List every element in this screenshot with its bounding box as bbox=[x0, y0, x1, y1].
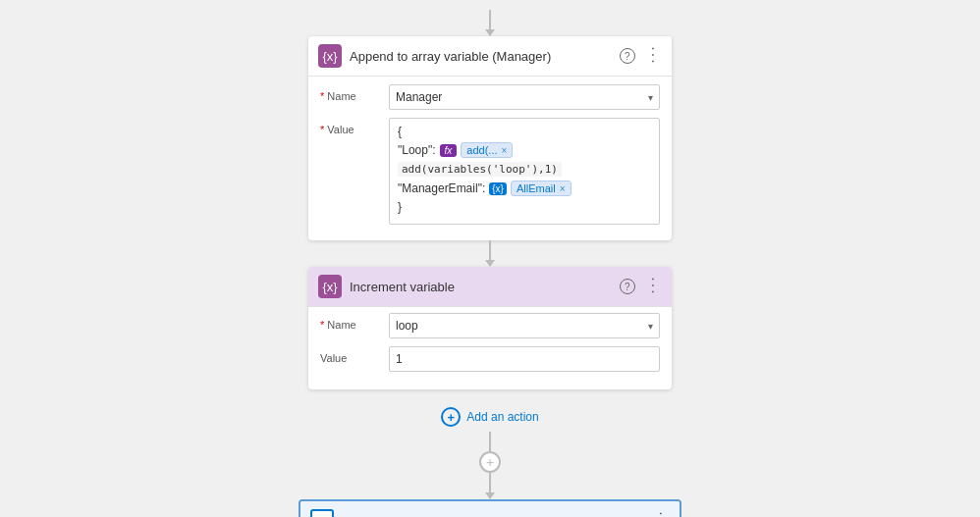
append-array-title: Append to array variable (Manager) bbox=[350, 49, 612, 64]
all-email-close-icon[interactable]: × bbox=[560, 183, 566, 194]
increment-var-actions: ? ··· bbox=[620, 278, 662, 295]
increment-value-label: Value bbox=[320, 346, 379, 364]
append-array-name-text: Manager bbox=[396, 90, 442, 104]
increment-value-text: 1 bbox=[396, 352, 403, 366]
apply-to-each-container: ⇄ Apply to each ··· * Select an output f… bbox=[299, 499, 681, 517]
increment-value-row: Value 1 bbox=[320, 346, 660, 372]
apply-each-actions: ··· bbox=[651, 512, 670, 517]
increment-name-value: loop ▾ bbox=[389, 313, 660, 338]
value-line-manager-email: "ManagerEmail": {x} AllEmail × bbox=[398, 181, 651, 196]
increment-name-input[interactable]: loop ▾ bbox=[389, 313, 660, 338]
main-flow: {x} Append to array variable (Manager) ?… bbox=[0, 10, 980, 517]
close-icon[interactable]: × bbox=[502, 145, 508, 156]
fx-icon: fx bbox=[445, 145, 453, 156]
value-close-brace: } bbox=[398, 200, 402, 214]
plus-arrow-head bbox=[485, 492, 495, 499]
arrow-line-1 bbox=[489, 240, 491, 260]
plus-arrow-line-top bbox=[489, 432, 491, 451]
append-array-name-row: Name Manager ▾ bbox=[320, 84, 660, 110]
append-array-body: Name Manager ▾ Value { bbox=[308, 77, 672, 240]
increment-var-more-icon[interactable]: ··· bbox=[643, 277, 661, 295]
arrow-head-1 bbox=[485, 260, 495, 267]
canvas: {x} Append to array variable (Manager) ?… bbox=[0, 0, 980, 517]
increment-name-text: loop bbox=[396, 319, 418, 333]
increment-var-icon: {x} bbox=[318, 275, 342, 298]
append-array-actions: ? ··· bbox=[620, 47, 662, 65]
plus-circle-icon[interactable]: + bbox=[479, 451, 501, 473]
apply-to-each-header: ⇄ Apply to each ··· bbox=[300, 501, 680, 517]
increment-dropdown-arrow-icon: ▾ bbox=[648, 321, 653, 332]
add-action-icon: + bbox=[441, 407, 461, 427]
value-all-email-token: AllEmail × bbox=[511, 181, 572, 196]
value-loop-key: "Loop": bbox=[398, 143, 436, 157]
arrow-line bbox=[489, 10, 491, 29]
increment-name-label: Name bbox=[320, 313, 379, 331]
append-array-name-value: Manager ▾ bbox=[389, 84, 660, 110]
increment-var-icon-symbol: {x} bbox=[322, 280, 337, 294]
append-array-icon-symbol: {x} bbox=[322, 49, 337, 64]
plus-circle-connector: + bbox=[479, 432, 501, 499]
append-array-icon: {x} bbox=[318, 44, 342, 68]
value-loop-code: add(variables('loop'),1) bbox=[398, 162, 562, 177]
increment-name-row: Name loop ▾ bbox=[320, 313, 660, 338]
add-action-area: + Add an action bbox=[308, 389, 672, 432]
append-array-value-label: Value bbox=[320, 118, 379, 135]
value-manager-icon: {x} bbox=[489, 182, 507, 195]
value-manager-key: "ManagerEmail": bbox=[398, 181, 485, 195]
append-array-help-icon[interactable]: ? bbox=[620, 48, 635, 64]
append-array-more-icon[interactable]: ··· bbox=[643, 46, 661, 65]
top-arrow-connector bbox=[485, 10, 495, 36]
plus-arrow-line-bottom bbox=[489, 473, 491, 492]
apply-each-icon: ⇄ bbox=[310, 509, 334, 517]
append-array-value-box[interactable]: { "Loop": fx add(... × bbox=[389, 118, 660, 225]
value-loop-fx-token: fx bbox=[440, 144, 458, 157]
append-array-name-input[interactable]: Manager ▾ bbox=[389, 84, 660, 110]
increment-var-title: Increment variable bbox=[350, 280, 612, 294]
arrow-head bbox=[485, 29, 495, 36]
value-line-close: } bbox=[398, 200, 651, 214]
append-array-card: {x} Append to array variable (Manager) ?… bbox=[308, 36, 672, 240]
append-array-header: {x} Append to array variable (Manager) ?… bbox=[308, 36, 672, 77]
apply-each-more-icon[interactable]: ··· bbox=[651, 511, 669, 517]
value-line-loop: "Loop": fx add(... × add(variables('loop… bbox=[398, 142, 651, 177]
add-action-label: Add an action bbox=[466, 410, 538, 424]
increment-value-field: 1 bbox=[389, 346, 660, 372]
apply-each-title: Apply to each bbox=[342, 514, 643, 518]
value-loop-add-token: add(... × bbox=[461, 142, 513, 158]
value-line-open: { bbox=[398, 125, 651, 138]
arrow-connector-1 bbox=[485, 240, 495, 267]
append-array-value-field: { "Loop": fx add(... × bbox=[389, 118, 660, 225]
increment-var-body: Name loop ▾ Value 1 bbox=[308, 307, 672, 389]
increment-var-card: {x} Increment variable ? ··· Name loop ▾ bbox=[308, 267, 672, 389]
append-array-value-row: Value { "Loop": fx bbox=[320, 118, 660, 225]
increment-var-help-icon[interactable]: ? bbox=[620, 279, 635, 294]
increment-var-header: {x} Increment variable ? ··· bbox=[308, 267, 672, 307]
add-action-button[interactable]: + Add an action bbox=[308, 397, 672, 432]
increment-value-input[interactable]: 1 bbox=[389, 346, 660, 372]
append-array-name-label: Name bbox=[320, 84, 379, 102]
value-open-brace: { bbox=[398, 125, 402, 138]
dropdown-arrow-icon: ▾ bbox=[648, 92, 653, 103]
